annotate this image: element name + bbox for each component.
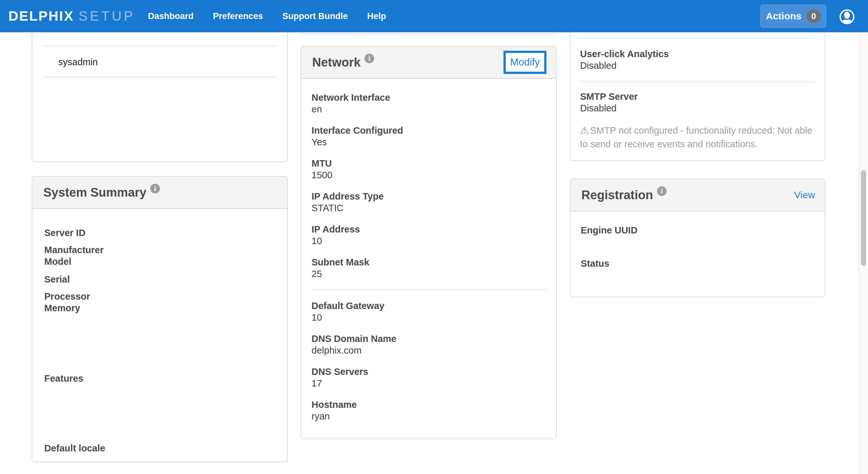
delphix-logo: DELPHIXSETUP — [8, 8, 135, 24]
field-default-gateway: Default Gateway 10 — [312, 300, 546, 323]
cutoff-card-bottom-edge — [301, 32, 557, 34]
registration-header: Registration i View — [570, 179, 825, 211]
field-value: en — [312, 103, 546, 115]
field-label: DNS Domain Name — [312, 333, 546, 344]
users-card: sysadmin — [32, 32, 288, 162]
username-sysadmin[interactable]: sysadmin — [58, 56, 277, 68]
network-header: Network i Modify — [301, 46, 556, 79]
field-label: IP Address — [312, 224, 546, 235]
field-label: Interface Configured — [312, 125, 546, 136]
field-value: Yes — [312, 136, 546, 148]
field-label: MTU — [312, 158, 546, 169]
field-ip-address: IP Address 10 — [312, 224, 546, 247]
field-value: STATIC — [312, 202, 546, 214]
warning-icon: ⚠ — [580, 125, 589, 136]
divider — [312, 289, 546, 290]
scrollbar-track[interactable] — [859, 32, 868, 474]
divider — [580, 38, 815, 38]
network-body: Network Interface en Interface Configure… — [301, 79, 556, 422]
field-label-default-locale: Default locale — [44, 442, 105, 454]
field-label-processor: Processor — [44, 291, 90, 302]
system-summary-header: System Summary i — [32, 177, 287, 209]
user-avatar-icon[interactable] — [839, 9, 855, 25]
logo-secondary-text: SETUP — [79, 8, 135, 24]
field-label-server-id: Server ID — [44, 227, 85, 239]
field-value: 10 — [312, 312, 546, 323]
field-value: 25 — [312, 268, 546, 280]
warning-text: SMTP not configured - functionality redu… — [580, 125, 812, 149]
network-title: Network — [312, 56, 361, 69]
field-dns-servers: DNS Servers 17 — [312, 366, 546, 389]
registration-card: Registration i View Engine UUID Status — [570, 178, 825, 297]
field-label-engine-uuid: Engine UUID — [581, 225, 814, 236]
info-icon[interactable]: i — [150, 184, 160, 194]
registration-title: Registration — [581, 188, 653, 202]
field-label-manufacturer: Manufacturer — [44, 244, 104, 256]
status-card-body: User-click Analytics Disabled SMTP Serve… — [570, 38, 825, 151]
logo-primary-text: DELPHIX — [8, 8, 74, 24]
info-icon[interactable]: i — [365, 54, 374, 63]
modify-button-label: Modify — [510, 57, 540, 68]
nav-item-dashboard[interactable]: Dashboard — [148, 11, 193, 21]
field-value: Disabled — [580, 60, 815, 71]
field-ip-address-type: IP Address Type STATIC — [312, 191, 546, 214]
field-value: 17 — [312, 377, 546, 389]
field-mtu: MTU 1500 — [312, 158, 546, 181]
status-card: User-click Analytics Disabled SMTP Serve… — [570, 32, 825, 161]
modify-button[interactable]: Modify — [503, 51, 547, 74]
divider — [43, 46, 277, 46]
actions-button-label: Actions — [766, 11, 801, 22]
field-label: Default Gateway — [312, 300, 546, 312]
person-icon — [839, 9, 855, 25]
field-label-memory: Memory — [44, 302, 80, 314]
field-label: User-click Analytics — [580, 48, 815, 60]
field-network-interface: Network Interface en — [312, 92, 546, 115]
field-subnet-mask: Subnet Mask 25 — [312, 257, 546, 280]
field-value: 10 — [312, 235, 546, 247]
scrollbar-thumb[interactable] — [861, 170, 866, 266]
nav-item-support-bundle[interactable]: Support Bundle — [282, 11, 348, 21]
info-icon[interactable]: i — [657, 186, 667, 196]
field-value: ryan — [312, 410, 546, 422]
field-dns-domain-name: DNS Domain Name delphix.com — [312, 333, 546, 356]
field-value: Disabled — [580, 102, 815, 114]
registration-body: Engine UUID Status — [570, 211, 825, 269]
field-label-serial: Serial — [44, 273, 70, 285]
system-summary-title: System Summary — [43, 185, 146, 200]
field-label-features: Features — [44, 373, 83, 384]
field-label: Network Interface — [312, 92, 546, 103]
field-interface-configured: Interface Configured Yes — [312, 125, 546, 148]
nav-links: Dashboard Preferences Support Bundle Hel… — [148, 11, 386, 21]
field-label: Subnet Mask — [312, 257, 546, 268]
nav-item-preferences[interactable]: Preferences — [213, 11, 263, 21]
divider — [580, 81, 815, 82]
field-value: 1500 — [312, 169, 546, 181]
field-smtp-server: SMTP Server Disabled — [580, 91, 815, 114]
system-summary-card: System Summary i Server ID Manufacturer … — [32, 176, 288, 462]
top-navbar: DELPHIXSETUP Dashboard Preferences Suppo… — [0, 0, 868, 32]
field-label: IP Address Type — [312, 191, 546, 202]
view-link[interactable]: View — [794, 190, 815, 201]
smtp-warning-message: ⚠SMTP not configured - functionality red… — [580, 124, 815, 151]
actions-button[interactable]: Actions 0 — [761, 4, 826, 28]
field-label-status: Status — [581, 258, 814, 269]
field-value: delphix.com — [312, 344, 546, 356]
field-label: SMTP Server — [580, 91, 815, 102]
field-label: DNS Servers — [312, 366, 546, 377]
actions-count-badge: 0 — [807, 9, 821, 23]
field-label: Hostname — [312, 399, 546, 410]
field-user-click-analytics: User-click Analytics Disabled — [580, 48, 815, 71]
divider — [43, 77, 277, 77]
nav-item-help[interactable]: Help — [367, 11, 386, 21]
field-label-model: Model — [44, 256, 71, 267]
network-card: Network i Modify Network Interface en In… — [301, 46, 557, 439]
field-hostname: Hostname ryan — [312, 399, 546, 422]
